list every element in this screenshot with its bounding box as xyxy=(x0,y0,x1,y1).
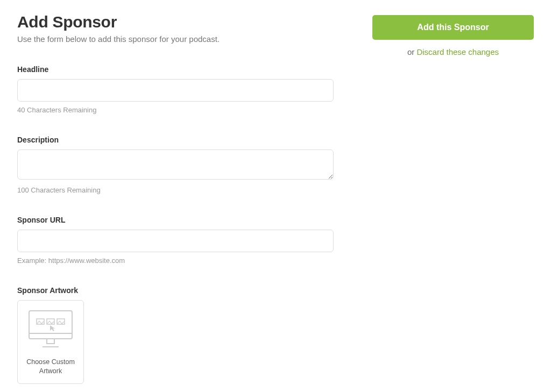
sponsor-url-group: Sponsor URL Example: https://www.website… xyxy=(17,216,351,265)
page-title: Add Sponsor xyxy=(17,13,351,31)
choose-artwork-button[interactable]: Choose Custom Artwork xyxy=(17,300,84,384)
svg-marker-7 xyxy=(50,325,55,331)
or-text: or xyxy=(407,47,417,56)
description-help: 100 Characters Remaining xyxy=(17,186,351,194)
description-input[interactable] xyxy=(17,149,334,180)
svg-rect-0 xyxy=(29,311,72,339)
headline-help: 40 Characters Remaining xyxy=(17,106,351,114)
discard-row: or Discard these changes xyxy=(372,47,534,56)
headline-input[interactable] xyxy=(17,79,334,102)
svg-rect-2 xyxy=(47,339,54,344)
discard-changes-link[interactable]: Discard these changes xyxy=(416,47,499,56)
sponsor-url-help: Example: https://www.website.com xyxy=(17,256,351,265)
choose-artwork-label: Choose Custom Artwork xyxy=(23,358,78,376)
description-group: Description 100 Characters Remaining xyxy=(17,136,351,194)
page-subtitle: Use the form below to add this sponsor f… xyxy=(17,34,351,44)
sponsor-url-input[interactable] xyxy=(17,230,334,252)
sponsor-url-label: Sponsor URL xyxy=(17,216,351,224)
headline-group: Headline 40 Characters Remaining xyxy=(17,65,351,114)
add-sponsor-button[interactable]: Add this Sponsor xyxy=(372,15,534,40)
description-label: Description xyxy=(17,136,351,144)
artwork-group: Sponsor Artwork Choose C xyxy=(17,286,351,392)
artwork-label: Sponsor Artwork xyxy=(17,286,351,295)
desktop-artwork-icon xyxy=(29,310,73,348)
headline-label: Headline xyxy=(17,65,351,74)
